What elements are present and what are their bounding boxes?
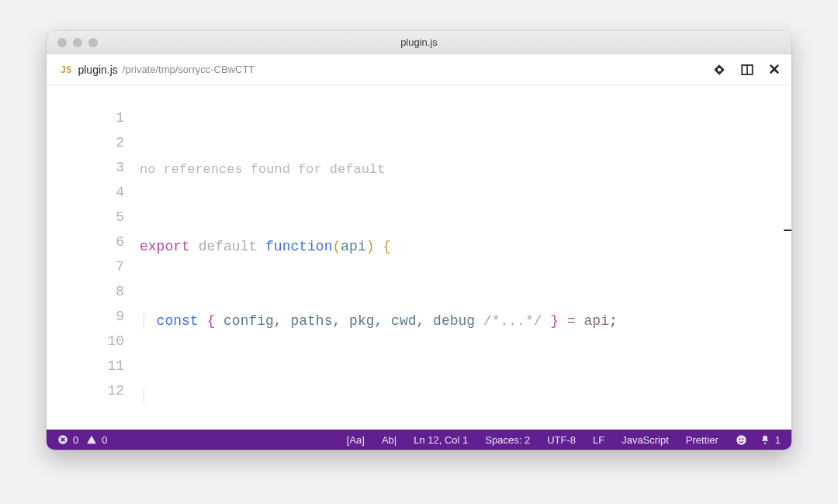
line-number: 9 [47, 304, 124, 329]
code-lens-hint[interactable]: no references found for default [140, 160, 784, 185]
status-warning-count: 0 [102, 434, 107, 446]
warning-icon [86, 434, 97, 445]
status-eol[interactable]: LF [588, 434, 609, 446]
code-line: export default function(api) { [140, 234, 784, 259]
error-icon [57, 434, 68, 445]
status-error-count: 0 [73, 434, 78, 446]
svg-point-11 [764, 443, 766, 444]
tab-filepath: /private/tmp/sorrycc-CBwCTT [123, 64, 255, 75]
tab-filename[interactable]: plugin.js [78, 64, 117, 76]
line-number: 11 [47, 354, 124, 378]
svg-marker-7 [87, 436, 96, 444]
minimap-cursor-mark [784, 230, 791, 231]
line-number: 5 [47, 205, 124, 230]
line-number: 4 [47, 180, 124, 205]
source-control-icon[interactable] [712, 63, 726, 77]
status-encoding[interactable]: UTF-8 [542, 434, 580, 446]
code-line: │ [140, 383, 784, 408]
status-match-case[interactable]: [Aa] [342, 434, 369, 446]
line-number: 8 [47, 279, 124, 304]
code-line: │ const { config, paths, pkg, cwd, debug… [140, 309, 784, 333]
status-problems[interactable]: 0 0 [57, 434, 107, 446]
line-number: 2 [47, 130, 124, 155]
status-cursor-pos[interactable]: Ln 12, Col 1 [409, 434, 473, 446]
editor-window: plugin.js JS plugin.js /private/tmp/sorr… [47, 31, 791, 450]
line-number: 7 [47, 254, 124, 279]
tab-actions: ✕ [712, 62, 781, 77]
gutter: 1 2 3 4 5 6 7 8 9 10 11 12 [47, 85, 140, 430]
status-language[interactable]: JavaScript [617, 434, 674, 446]
status-indentation[interactable]: Spaces: 2 [480, 434, 535, 446]
line-number: 10 [47, 329, 124, 354]
svg-point-1 [718, 67, 722, 71]
titlebar: plugin.js [47, 31, 791, 54]
close-tab-icon[interactable]: ✕ [768, 62, 781, 77]
svg-point-8 [736, 435, 746, 445]
feedback-smile-icon[interactable] [731, 434, 752, 446]
status-prettier[interactable]: Prettier [681, 434, 723, 446]
split-editor-icon[interactable] [740, 63, 754, 77]
bell-icon [760, 434, 770, 445]
status-bar: 0 0 [Aa] Ab| Ln 12, Col 1 Spaces: 2 UTF-… [47, 430, 791, 450]
window-title: plugin.js [47, 36, 791, 48]
line-number: 6 [47, 230, 124, 254]
svg-point-9 [739, 438, 740, 440]
status-whole-word[interactable]: Ab| [377, 434, 401, 446]
code-editor[interactable]: 1 2 3 4 5 6 7 8 9 10 11 12 no references… [47, 85, 791, 430]
status-notifications[interactable]: 1 [760, 434, 781, 446]
svg-point-10 [742, 438, 743, 440]
tab-bar: JS plugin.js /private/tmp/sorrycc-CBwCTT… [47, 54, 791, 85]
code-area[interactable]: no references found for default export d… [140, 85, 791, 430]
line-number: 1 [47, 105, 124, 130]
line-number: 12 [47, 378, 124, 403]
status-bell-count: 1 [775, 434, 781, 446]
line-number: 3 [47, 155, 124, 180]
js-file-icon: JS [61, 64, 71, 75]
